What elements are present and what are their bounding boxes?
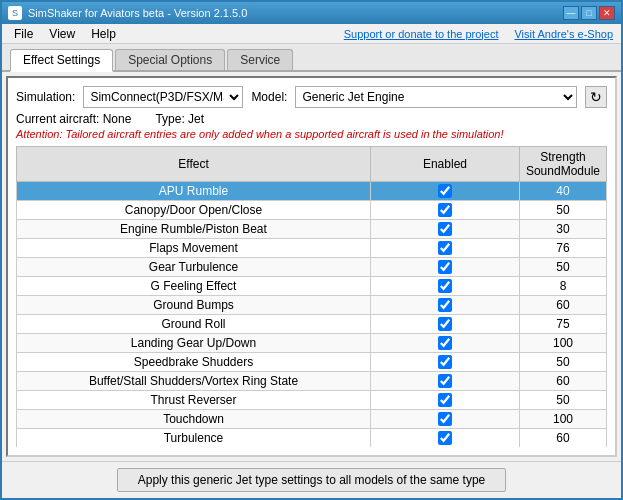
effect-name-cell: Thrust Reverser [17, 391, 371, 410]
menu-view[interactable]: View [41, 25, 83, 43]
effect-name-cell: Turbulence [17, 429, 371, 448]
effect-strength-cell: 50 [519, 201, 606, 220]
effect-name-cell: APU Rumble [17, 182, 371, 201]
effect-enabled-cell[interactable] [371, 410, 520, 429]
effect-checkbox[interactable] [438, 336, 452, 350]
effect-checkbox[interactable] [438, 184, 452, 198]
effect-strength-cell: 60 [519, 372, 606, 391]
effect-enabled-cell[interactable] [371, 296, 520, 315]
effect-name-cell: Touchdown [17, 410, 371, 429]
maximize-button[interactable]: □ [581, 6, 597, 20]
effect-checkbox[interactable] [438, 317, 452, 331]
table-row[interactable]: Canopy/Door Open/Close50 [17, 201, 607, 220]
tabs-bar: Effect Settings Special Options Service [2, 44, 621, 72]
bottom-bar: Apply this generic Jet type settings to … [2, 461, 621, 498]
refresh-button[interactable]: ↻ [585, 86, 607, 108]
effect-checkbox[interactable] [438, 431, 452, 445]
tab-effect-settings[interactable]: Effect Settings [10, 49, 113, 72]
table-row[interactable]: Flaps Movement76 [17, 239, 607, 258]
table-row[interactable]: Engine Rumble/Piston Beat30 [17, 220, 607, 239]
effect-strength-cell: 50 [519, 391, 606, 410]
menu-help[interactable]: Help [83, 25, 124, 43]
effect-enabled-cell[interactable] [371, 277, 520, 296]
effect-name-cell: Ground Bumps [17, 296, 371, 315]
minimize-button[interactable]: — [563, 6, 579, 20]
warning-text: Attention: Tailored aircraft entries are… [16, 128, 607, 140]
effect-strength-cell: 60 [519, 296, 606, 315]
effect-checkbox[interactable] [438, 203, 452, 217]
table-row[interactable]: G Feeling Effect8 [17, 277, 607, 296]
effect-enabled-cell[interactable] [371, 201, 520, 220]
tab-special-options[interactable]: Special Options [115, 49, 225, 70]
title-bar: S SimShaker for Aviators beta - Version … [2, 2, 621, 24]
effect-checkbox[interactable] [438, 222, 452, 236]
effect-strength-cell: 50 [519, 258, 606, 277]
tab-service[interactable]: Service [227, 49, 293, 70]
col-header-effect: Effect [17, 147, 371, 182]
effect-name-cell: Gear Turbulence [17, 258, 371, 277]
support-link[interactable]: Support or donate to the project [344, 28, 499, 40]
table-row[interactable]: Buffet/Stall Shudders/Vortex Ring State6… [17, 372, 607, 391]
table-row[interactable]: Ground Bumps60 [17, 296, 607, 315]
app-icon: S [8, 6, 22, 20]
effect-enabled-cell[interactable] [371, 220, 520, 239]
current-aircraft-value: None [103, 112, 132, 126]
effect-checkbox[interactable] [438, 355, 452, 369]
effect-checkbox[interactable] [438, 279, 452, 293]
type-value: Jet [188, 112, 204, 126]
table-row[interactable]: Touchdown100 [17, 410, 607, 429]
effect-name-cell: Engine Rumble/Piston Beat [17, 220, 371, 239]
info-row: Current aircraft: None Type: Jet [16, 112, 607, 126]
effect-strength-cell: 8 [519, 277, 606, 296]
table-row[interactable]: Gear Turbulence50 [17, 258, 607, 277]
effect-strength-cell: 100 [519, 410, 606, 429]
effect-name-cell: Canopy/Door Open/Close [17, 201, 371, 220]
simulation-select[interactable]: SimConnect(P3D/FSX/MSFS) [83, 86, 243, 108]
col-header-enabled: Enabled [371, 147, 520, 182]
content-area: Simulation: SimConnect(P3D/FSX/MSFS) Mod… [2, 72, 621, 461]
window-controls: — □ ✕ [563, 6, 615, 20]
effect-strength-cell: 100 [519, 334, 606, 353]
col-header-strength: StrengthSoundModule [519, 147, 606, 182]
effect-checkbox[interactable] [438, 393, 452, 407]
inner-panel: Simulation: SimConnect(P3D/FSX/MSFS) Mod… [6, 76, 617, 457]
effect-enabled-cell[interactable] [371, 391, 520, 410]
effect-enabled-cell[interactable] [371, 429, 520, 448]
effect-enabled-cell[interactable] [371, 334, 520, 353]
effect-name-cell: G Feeling Effect [17, 277, 371, 296]
effect-enabled-cell[interactable] [371, 182, 520, 201]
current-aircraft-info: Current aircraft: None [16, 112, 131, 126]
effect-enabled-cell[interactable] [371, 353, 520, 372]
effect-strength-cell: 76 [519, 239, 606, 258]
model-select[interactable]: Generic Jet Engine [295, 86, 577, 108]
table-row[interactable]: Speedbrake Shudders50 [17, 353, 607, 372]
effect-name-cell: Ground Roll [17, 315, 371, 334]
effect-enabled-cell[interactable] [371, 315, 520, 334]
effect-enabled-cell[interactable] [371, 239, 520, 258]
window-title: SimShaker for Aviators beta - Version 2.… [28, 7, 247, 19]
effect-strength-cell: 30 [519, 220, 606, 239]
menu-file[interactable]: File [6, 25, 41, 43]
effects-table-wrapper: Effect Enabled StrengthSoundModule APU R… [16, 146, 607, 447]
effect-enabled-cell[interactable] [371, 372, 520, 391]
table-row[interactable]: Thrust Reverser50 [17, 391, 607, 410]
effect-strength-cell: 60 [519, 429, 606, 448]
close-button[interactable]: ✕ [599, 6, 615, 20]
table-row[interactable]: Turbulence60 [17, 429, 607, 448]
menu-bar: File View Help Support or donate to the … [2, 24, 621, 44]
model-label: Model: [251, 90, 287, 104]
effect-checkbox[interactable] [438, 412, 452, 426]
effect-checkbox[interactable] [438, 260, 452, 274]
effect-checkbox[interactable] [438, 241, 452, 255]
table-row[interactable]: Ground Roll75 [17, 315, 607, 334]
table-row[interactable]: Landing Gear Up/Down100 [17, 334, 607, 353]
type-info: Type: Jet [155, 112, 204, 126]
main-window: S SimShaker for Aviators beta - Version … [0, 0, 623, 500]
table-row[interactable]: APU Rumble40 [17, 182, 607, 201]
effect-enabled-cell[interactable] [371, 258, 520, 277]
effect-checkbox[interactable] [438, 298, 452, 312]
visit-link[interactable]: Visit Andre's e-Shop [514, 28, 613, 40]
effect-checkbox[interactable] [438, 374, 452, 388]
apply-button[interactable]: Apply this generic Jet type settings to … [117, 468, 507, 492]
effect-strength-cell: 75 [519, 315, 606, 334]
